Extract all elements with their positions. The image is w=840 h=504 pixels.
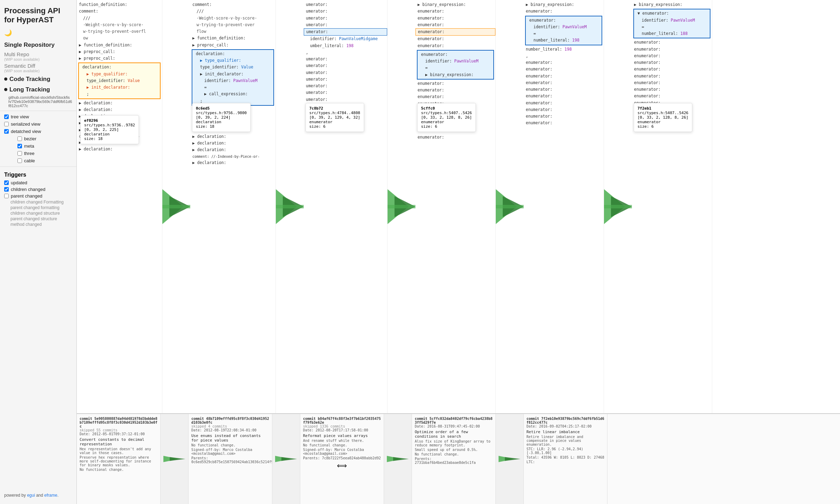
- svg-rect-5: [276, 205, 304, 208]
- child-cable-checkbox[interactable]: [17, 158, 22, 163]
- child-cable-label: cable: [24, 158, 35, 163]
- ast-column-2: comment: /// ·Weight·score·v·by·score· w…: [190, 0, 276, 413]
- ast-line: enumerator:: [415, 36, 495, 42]
- view-serialized-checkbox[interactable]: [4, 122, 9, 126]
- sidebar-item-semantic-diff[interactable]: Semantic Diff (WIP soon available): [0, 62, 76, 74]
- view-detatched-label: detatched view: [11, 129, 41, 134]
- moon-icon: 🌙: [0, 28, 76, 39]
- ast-line: number_literal: 198: [524, 46, 604, 53]
- child-cable[interactable]: cable: [9, 157, 72, 164]
- eframe-link[interactable]: eframe: [44, 493, 57, 498]
- ast-line: ▶ binary_expression:: [415, 1, 495, 8]
- ast-line: ///: [190, 8, 275, 15]
- ast-line: enumerator:: [419, 51, 492, 58]
- ast-line: =: [419, 65, 492, 71]
- commit-msg-4: Optimize order of a few conditions in se…: [415, 430, 493, 439]
- ast-line: ▶ declaration:: [190, 160, 275, 166]
- egui-link[interactable]: egui: [27, 493, 35, 498]
- ast-line: declaration:: [194, 51, 272, 57]
- ast-line: enumerator:: [415, 43, 495, 49]
- ast-line: ▶ preproc_call:: [77, 49, 162, 55]
- ast-line: enumerator:: [632, 73, 712, 80]
- child-three-checkbox[interactable]: [17, 151, 22, 156]
- ast-line: enumerator:: [632, 39, 712, 46]
- arrow-1: [162, 0, 190, 413]
- ast-line: number_literal: 198: [527, 37, 600, 44]
- child-three[interactable]: three: [9, 150, 72, 157]
- trigger-sub-method-changed: method changed: [0, 222, 76, 227]
- view-detatched[interactable]: detatched view: [0, 128, 76, 135]
- ast-line: ,: [304, 49, 387, 56]
- tooltip-1: ef0296 src/types.h:9736..9782 [0, 39, 2,…: [80, 115, 139, 144]
- ast-line: ▶ declaration:: [77, 100, 162, 106]
- child-bezier-checkbox[interactable]: [17, 136, 22, 141]
- commit-msg-5: Retire linear imbalance: [526, 430, 604, 434]
- tooltip-size: size: 6: [421, 124, 472, 129]
- ast-line: identifier: PawnValueM: [527, 24, 600, 30]
- svg-rect-14: [604, 205, 632, 208]
- ast-line: enumerator:: [632, 59, 712, 66]
- ast-line: umerator:: [304, 89, 387, 96]
- sidebar-item-multi-repo[interactable]: Multi Repo (WIP soon available): [0, 51, 76, 62]
- commit-hash-2: commit 48b7109efffd95c8f8f3c030d41952d10…: [191, 417, 269, 424]
- ast-enum-box-blue4: ▼ enumerator: identifier: PawnValueM = n…: [633, 9, 710, 38]
- child-bezier[interactable]: bezier: [9, 135, 72, 142]
- ast-line: ▶ declaration:: [190, 147, 275, 153]
- child-meta-label: meta: [24, 143, 34, 149]
- sidebar-item-single-repo[interactable]: Single Repository: [0, 39, 76, 51]
- view-tree-label: tree view: [11, 114, 29, 119]
- ast-line: w·trying·to·prevent·over: [190, 22, 275, 28]
- commit-date-1: Date: 2012-05-01T09:37:12-01:00: [80, 432, 157, 436]
- trigger-updated-checkbox[interactable]: [4, 180, 9, 185]
- trigger-sub-children-structure: children changed structure: [0, 210, 76, 216]
- ast-line: =: [635, 24, 708, 30]
- ast-declaration-box-blue: declaration: ▶ type_qualifier: type_iden…: [192, 49, 274, 106]
- commit-detail-2a: No functional change.: [191, 443, 269, 447]
- trigger-children-checkbox[interactable]: [4, 187, 9, 192]
- ast-line: identifier: PawnValueM: [635, 17, 708, 24]
- ast-line: ▶ binary_expression:: [632, 1, 712, 8]
- svg-rect-11: [496, 205, 524, 208]
- ast-enum-box-blue2: enumerator: identifier: PawnValueM = ▶ b…: [417, 50, 494, 80]
- commit-detail-4a: Also fix size of KingDanger array to red…: [415, 439, 493, 447]
- svg-rect-8: [388, 205, 415, 208]
- divider1: [0, 111, 76, 111]
- view-detatched-checkbox[interactable]: [4, 129, 9, 134]
- trigger-parent-checkbox[interactable]: [4, 194, 9, 198]
- tooltip-src: src/types.h:4784..4808: [309, 111, 360, 115]
- commit-detail-3b: No functional change.: [303, 443, 381, 447]
- tooltip-hash: 0c6ed5: [196, 106, 247, 111]
- ast-line: ▶ function_definition:: [190, 35, 275, 42]
- trigger-sub-children-formatting: children changed Formatting: [0, 199, 76, 205]
- view-tree-checkbox[interactable]: [4, 114, 9, 119]
- commit-detail-4d: Parents: 2731bbaf6b4bed23abaae8de5c1fa: [415, 457, 493, 465]
- resize-icon[interactable]: ⟺: [303, 461, 381, 470]
- trigger-updated[interactable]: updated: [0, 179, 76, 186]
- ast-line: enumerator:: [632, 93, 712, 99]
- ast-line: ▶ declaration:: [190, 140, 275, 147]
- ast-line: enumerator:: [524, 120, 604, 126]
- child-meta-checkbox[interactable]: [17, 144, 22, 148]
- view-tree[interactable]: tree view: [0, 113, 76, 120]
- view-serialized[interactable]: serialized view: [0, 120, 76, 128]
- commit-arrow-svg-3: [387, 452, 409, 466]
- ast-line: identifier: PawnValueM: [194, 77, 272, 84]
- ast-line: =: [194, 84, 272, 91]
- commit-col-1: commit 5e905800887da94d481978d3bddde8b71…: [77, 414, 161, 504]
- ast-line: ▶ init_declarator:: [80, 84, 159, 91]
- ast-column-1: function_definition: comment: /// ·Weigh…: [77, 0, 162, 413]
- tooltip-type: enumerator: [421, 120, 472, 124]
- trigger-parent-changed[interactable]: parent changed: [0, 193, 76, 199]
- ast-column-4: ▶ binary_expression: enumerator: enumera…: [415, 0, 496, 413]
- sidebar-item-code-tracking[interactable]: Code Tracking: [0, 74, 76, 85]
- tooltip-src: src/types.h:5407..5426: [638, 111, 688, 115]
- commit-date-3: Date: 2012-08-20T17:17:58-01:00: [303, 428, 381, 432]
- tooltip-4: 5cffc0 src/types.h:5407..5426 [0, 33, 2,…: [417, 103, 476, 132]
- commit-date-5: Date: 2016-09-02T04:25:17-02:00: [526, 424, 604, 428]
- commit-detail-5c: Total: 43596 W: 8105 L: 8023 D: 27468: [526, 455, 604, 459]
- sidebar-item-long-tracking[interactable]: Long Tracking: [0, 85, 76, 95]
- trigger-children-changed[interactable]: children changed: [0, 186, 76, 193]
- ast-line: ▶ function_definition:: [77, 42, 162, 49]
- ast-area: function_definition: comment: /// ·Weigh…: [77, 0, 840, 413]
- child-meta[interactable]: meta: [9, 142, 72, 150]
